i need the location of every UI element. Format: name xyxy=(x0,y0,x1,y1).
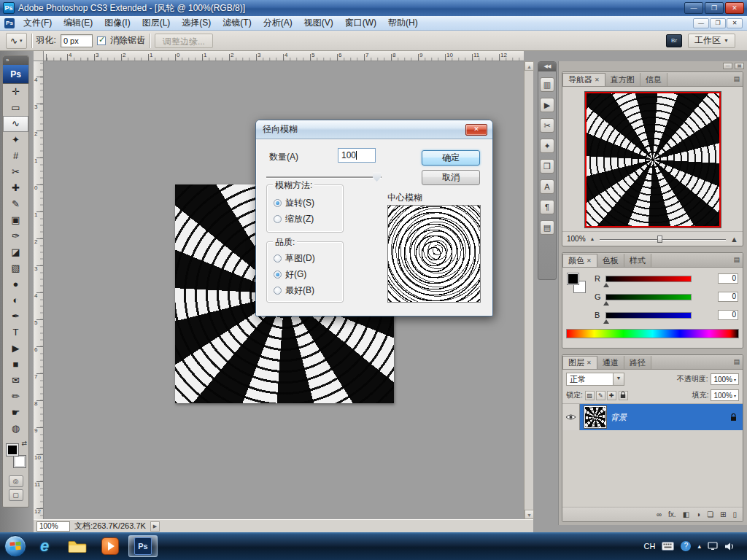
help-tray-icon[interactable]: ? xyxy=(681,541,691,551)
radio-best[interactable]: 最好(B) xyxy=(274,284,314,297)
radio-good[interactable]: 好(G) xyxy=(274,268,306,281)
tab-layers[interactable]: 图层 ✕ xyxy=(562,356,597,369)
foreground-color-swatch[interactable] xyxy=(7,444,18,456)
maximize-button[interactable]: ❐ xyxy=(705,2,724,14)
dock-menu-icon[interactable]: ▤ xyxy=(735,63,744,69)
navigator-zoom-value[interactable]: 100% xyxy=(567,235,586,243)
tab-channels[interactable]: 通道 xyxy=(597,356,624,369)
dodge-tool[interactable]: ◐ xyxy=(3,292,28,308)
doc-restore-button[interactable]: ❐ xyxy=(710,18,726,28)
minimize-button[interactable]: — xyxy=(684,2,703,14)
dock-expand-button[interactable]: ◀◀ xyxy=(538,62,556,71)
histogram-panel-icon[interactable]: ▥ xyxy=(540,77,554,92)
navigator-zoom-slider[interactable] xyxy=(600,235,727,244)
menu-item[interactable]: 分析(A) xyxy=(258,15,298,31)
dock-minimize-icon[interactable]: — xyxy=(723,63,732,69)
path-selection-tool[interactable]: ▶ xyxy=(3,341,28,357)
close-button[interactable]: ✕ xyxy=(725,2,744,14)
shape-tool[interactable]: ■ xyxy=(3,357,28,373)
healing-brush-tool[interactable]: ✚ xyxy=(3,180,28,196)
green-slider[interactable] xyxy=(605,294,692,300)
doc-minimize-button[interactable]: — xyxy=(693,18,709,28)
antialias-checkbox[interactable]: ✓ xyxy=(97,36,106,45)
blue-value-field[interactable]: 0 xyxy=(718,310,738,320)
red-value-field[interactable]: 0 xyxy=(718,273,738,284)
slider-thumb[interactable] xyxy=(603,319,609,324)
show-hidden-icons-button[interactable]: ▴ xyxy=(697,542,701,550)
layer-visibility-toggle[interactable] xyxy=(562,404,580,430)
brushes-panel-icon[interactable]: ✦ xyxy=(540,139,554,153)
tab-info[interactable]: 信息 xyxy=(640,73,667,86)
cancel-button[interactable]: 取消 xyxy=(422,170,480,185)
eyedropper-tool[interactable]: ✏ xyxy=(3,389,28,405)
slice-tool[interactable]: ✂ xyxy=(3,164,28,180)
menu-item[interactable]: 选择(S) xyxy=(176,15,217,31)
status-flyout-button[interactable]: ▶ xyxy=(150,521,160,532)
foreground-color-swatch[interactable] xyxy=(568,273,578,284)
navigator-preview[interactable] xyxy=(585,92,721,228)
new-layer-icon[interactable]: ⊞ xyxy=(720,510,726,518)
slider-thumb[interactable] xyxy=(373,172,381,182)
swap-colors-icon[interactable]: ⇄ xyxy=(21,440,27,447)
color-spectrum-bar[interactable] xyxy=(566,329,739,338)
layer-thumbnail[interactable] xyxy=(584,406,606,428)
red-slider[interactable] xyxy=(605,276,692,282)
tab-paths[interactable]: 路径 xyxy=(624,356,651,369)
delete-layer-icon[interactable]: ▯ xyxy=(732,510,737,518)
notes-tool[interactable]: ✉ xyxy=(3,373,28,389)
character-panel-icon[interactable]: A xyxy=(540,179,554,194)
zoom-tool[interactable]: ◍ xyxy=(3,421,28,437)
adjustment-layer-icon[interactable]: ◑ xyxy=(696,510,700,518)
type-tool[interactable]: T xyxy=(3,324,28,341)
tab-histogram[interactable]: 直方图 xyxy=(605,73,640,86)
eraser-tool[interactable]: ◪ xyxy=(3,244,28,260)
layer-row-background[interactable]: 背景 xyxy=(562,404,743,430)
slider-thumb[interactable] xyxy=(657,236,662,243)
green-value-field[interactable]: 0 xyxy=(718,292,738,302)
file-explorer-icon[interactable] xyxy=(63,535,92,557)
history-brush-tool[interactable]: ✑ xyxy=(3,228,28,244)
panel-menu-icon[interactable]: ▤ xyxy=(733,358,740,365)
tab-styles[interactable]: 样式 xyxy=(624,254,651,267)
marquee-tool[interactable]: ▭ xyxy=(3,100,28,116)
screen-mode-button[interactable]: ▢ xyxy=(9,489,23,501)
panel-menu-icon[interactable]: ▤ xyxy=(733,256,740,263)
blur-tool[interactable]: ● xyxy=(3,276,28,292)
slider-thumb[interactable] xyxy=(603,283,609,287)
background-color-swatch[interactable] xyxy=(14,456,26,467)
ok-button[interactable]: 确定 xyxy=(422,150,480,166)
layer-style-icon[interactable]: fx. xyxy=(668,510,676,518)
internet-explorer-icon[interactable]: e xyxy=(30,535,59,557)
workspace-button[interactable]: 工作区 ▼ xyxy=(688,34,735,48)
volume-tray-icon[interactable] xyxy=(724,542,735,551)
slider-thumb[interactable] xyxy=(603,301,609,306)
start-button[interactable] xyxy=(4,535,26,557)
gradient-tool[interactable]: ▧ xyxy=(3,260,28,276)
clone-source-panel-icon[interactable]: ❒ xyxy=(540,159,554,174)
layer-comps-panel-icon[interactable]: ▤ xyxy=(540,220,554,235)
scroll-down-icon[interactable]: ▼ xyxy=(525,510,534,519)
doc-close-button[interactable]: ✕ xyxy=(727,18,743,28)
lock-transparency-icon[interactable]: ▨ xyxy=(585,391,595,400)
language-indicator[interactable]: CH xyxy=(644,542,656,551)
tab-color[interactable]: 颜色 ✕ xyxy=(562,254,597,267)
media-player-icon[interactable] xyxy=(96,535,125,557)
menu-item[interactable]: 视图(V) xyxy=(298,15,339,31)
tab-swatches[interactable]: 色板 xyxy=(597,254,624,267)
tab-close-icon[interactable]: ✕ xyxy=(595,74,600,86)
hand-tool[interactable]: ☛ xyxy=(3,405,28,421)
actions-panel-icon[interactable]: ▶ xyxy=(540,98,554,112)
scroll-up-icon[interactable]: ▲ xyxy=(525,61,534,71)
horizontal-ruler[interactable]: 43210123456789101112 xyxy=(44,51,524,61)
clone-stamp-tool[interactable]: ▣ xyxy=(3,212,28,228)
photoshop-taskbar-button[interactable]: Ps xyxy=(128,535,158,557)
layer-mask-icon[interactable]: ◧ xyxy=(683,510,689,518)
tab-close-icon[interactable]: ✕ xyxy=(587,357,592,369)
layer-group-icon[interactable]: ❏ xyxy=(707,510,713,518)
zoom-in-icon[interactable]: ▲ xyxy=(730,235,738,244)
tab-navigator[interactable]: 导航器 ✕ xyxy=(562,73,605,86)
menu-item[interactable]: 编辑(E) xyxy=(58,15,98,31)
paragraph-panel-icon[interactable]: ¶ xyxy=(540,200,554,214)
link-layers-icon[interactable]: ∞ xyxy=(657,510,662,518)
quick-mask-button[interactable]: ◎ xyxy=(9,475,23,487)
